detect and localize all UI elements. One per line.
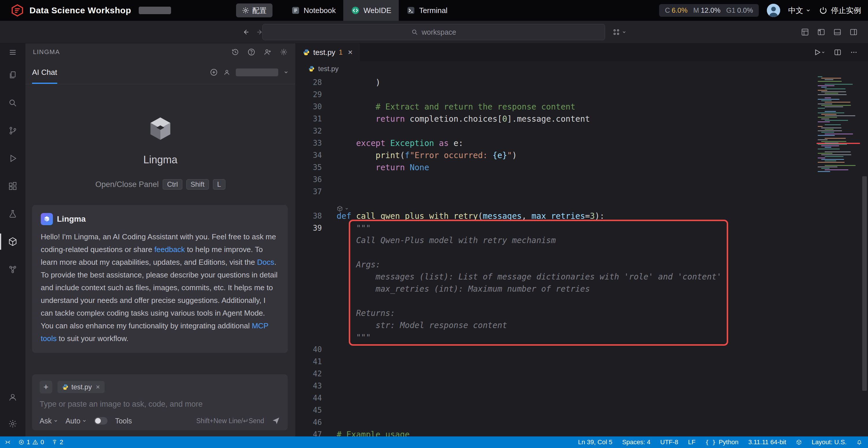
- code-row[interactable]: 42: [295, 368, 816, 380]
- context-chip-testpy[interactable]: test.py ×: [58, 381, 104, 393]
- code-row[interactable]: 46: [295, 416, 816, 428]
- settings-gear-icon[interactable]: [0, 411, 25, 437]
- line-number-gutter[interactable]: 34: [295, 151, 322, 159]
- editor-tab-testpy[interactable]: test.py 1 ×: [295, 43, 360, 61]
- config-button[interactable]: 配置: [236, 3, 273, 17]
- code-row[interactable]: [295, 295, 816, 307]
- model-dropdown[interactable]: Auto: [66, 417, 87, 425]
- workspace-search[interactable]: workspace: [262, 24, 605, 40]
- encoding[interactable]: UTF-8: [660, 439, 678, 446]
- search-view-icon[interactable]: [0, 89, 25, 117]
- testing-beaker-icon[interactable]: [0, 200, 25, 228]
- code-row[interactable]: messages (list): List of message diction…: [295, 271, 816, 283]
- toggle-panel-icon[interactable]: [833, 28, 841, 36]
- line-number-gutter[interactable]: 45: [295, 406, 322, 415]
- toggle-primary-sidebar-icon[interactable]: [817, 28, 825, 36]
- new-chat-icon[interactable]: [210, 68, 218, 76]
- line-number-gutter[interactable]: 33: [295, 139, 322, 147]
- code-row[interactable]: Returns:: [295, 307, 816, 319]
- code-row[interactable]: 44: [295, 392, 816, 404]
- chevron-down-icon[interactable]: [283, 70, 289, 75]
- eol-sequence[interactable]: LF: [688, 439, 695, 446]
- line-number-gutter[interactable]: 36: [295, 175, 322, 184]
- account-icon[interactable]: [0, 383, 25, 411]
- indentation[interactable]: Spaces: 4: [622, 439, 650, 446]
- code-row[interactable]: 39 """: [295, 222, 816, 234]
- code-row[interactable]: 29: [295, 88, 816, 100]
- line-number-gutter[interactable]: 31: [295, 115, 322, 123]
- line-number-gutter[interactable]: 41: [295, 357, 322, 366]
- line-number-gutter[interactable]: 28: [295, 78, 322, 87]
- line-number-gutter[interactable]: 46: [295, 418, 322, 427]
- problems-indicator[interactable]: 1 0: [19, 439, 44, 446]
- code-row[interactable]: 30 # Extract and return the response con…: [295, 100, 816, 113]
- code-row[interactable]: [295, 246, 816, 259]
- code-row[interactable]: Call Qwen-Plus model with retry mechanis…: [295, 234, 816, 246]
- line-number-gutter[interactable]: 37: [295, 187, 322, 196]
- invite-user-icon[interactable]: [264, 48, 272, 56]
- code-row[interactable]: 37: [295, 185, 816, 198]
- code-row[interactable]: 33 except Exception as e:: [295, 137, 816, 149]
- breadcrumb[interactable]: test.py: [295, 61, 868, 76]
- cursor-position[interactable]: Ln 39, Col 5: [578, 439, 613, 446]
- tab-webide[interactable]: WebIDE: [343, 0, 399, 21]
- code-row[interactable]: 32: [295, 125, 816, 137]
- line-number-gutter[interactable]: 29: [295, 90, 322, 99]
- mcp-graph-icon[interactable]: [0, 256, 25, 283]
- line-number-gutter[interactable]: 47: [295, 430, 322, 437]
- attach-button[interactable]: +: [39, 381, 52, 393]
- code-row[interactable]: 35 return None: [295, 161, 816, 173]
- code-row[interactable]: 28 ): [295, 76, 816, 88]
- menu-hamburger-icon[interactable]: [0, 43, 25, 61]
- code-row[interactable]: 41: [295, 356, 816, 368]
- line-number-gutter[interactable]: 40: [295, 345, 322, 354]
- code-row[interactable]: 47# Example usage: [295, 428, 816, 437]
- code-row[interactable]: Args:: [295, 259, 816, 271]
- code-row[interactable]: 40: [295, 344, 816, 356]
- code-row[interactable]: 36: [295, 173, 816, 185]
- language-switcher[interactable]: 中文: [788, 5, 811, 16]
- line-number-gutter[interactable]: 42: [295, 369, 322, 378]
- code-row[interactable]: 31 return completion.choices[0].message.…: [295, 113, 816, 125]
- line-number-gutter[interactable]: 32: [295, 127, 322, 135]
- chip-close-icon[interactable]: ×: [96, 383, 100, 391]
- line-number-gutter[interactable]: 30: [295, 102, 322, 111]
- minimap[interactable]: [816, 76, 860, 198]
- composer-input[interactable]: Type or paste an image to ask, code, and…: [39, 400, 280, 409]
- keyboard-layout[interactable]: Layout: U.S.: [812, 439, 847, 446]
- history-icon[interactable]: [231, 48, 239, 56]
- tab-terminal[interactable]: Terminal: [399, 0, 455, 21]
- feedback-link[interactable]: feedback: [154, 245, 185, 254]
- line-number-gutter[interactable]: 39: [295, 224, 322, 232]
- lingma-status-icon[interactable]: [796, 439, 802, 445]
- run-button[interactable]: [814, 49, 825, 56]
- user-avatar[interactable]: [767, 4, 780, 17]
- panel-settings-icon[interactable]: [280, 48, 288, 56]
- explorer-icon[interactable]: [0, 61, 25, 89]
- tab-ai-chat[interactable]: AI Chat: [32, 61, 57, 84]
- code-row[interactable]: 45: [295, 404, 816, 416]
- notifications-bell-icon[interactable]: [857, 439, 862, 445]
- lingma-codelens[interactable]: [337, 206, 349, 212]
- ports-indicator[interactable]: 2: [52, 439, 63, 446]
- docs-link[interactable]: Docs: [257, 258, 274, 267]
- toggle-secondary-sidebar-icon[interactable]: [849, 28, 858, 36]
- send-button[interactable]: [272, 417, 280, 425]
- line-number-gutter[interactable]: 44: [295, 394, 322, 402]
- view-switcher[interactable]: [613, 21, 626, 43]
- tools-toggle[interactable]: [94, 417, 107, 425]
- lingma-view-icon[interactable]: [0, 228, 25, 256]
- remote-indicator[interactable]: [5, 439, 11, 445]
- customize-layout-icon[interactable]: [801, 28, 809, 36]
- language-mode[interactable]: { }Python: [705, 439, 739, 446]
- split-editor-icon[interactable]: [834, 49, 841, 56]
- python-interpreter[interactable]: 3.11.11 64-bit: [748, 439, 786, 446]
- tab-notebook[interactable]: Notebook: [283, 0, 343, 21]
- close-tab-icon[interactable]: ×: [348, 48, 352, 57]
- stop-instance-button[interactable]: 停止实例: [819, 5, 861, 16]
- code-rows[interactable]: 28 )2930 # Extract and return the respon…: [295, 76, 816, 437]
- code-row[interactable]: """: [295, 331, 816, 344]
- code-row[interactable]: max_retries (int): Maximum number of ret…: [295, 283, 816, 295]
- code-row[interactable]: 34 print(f"Error occurred: {e}"): [295, 149, 816, 161]
- help-icon[interactable]: [247, 48, 255, 56]
